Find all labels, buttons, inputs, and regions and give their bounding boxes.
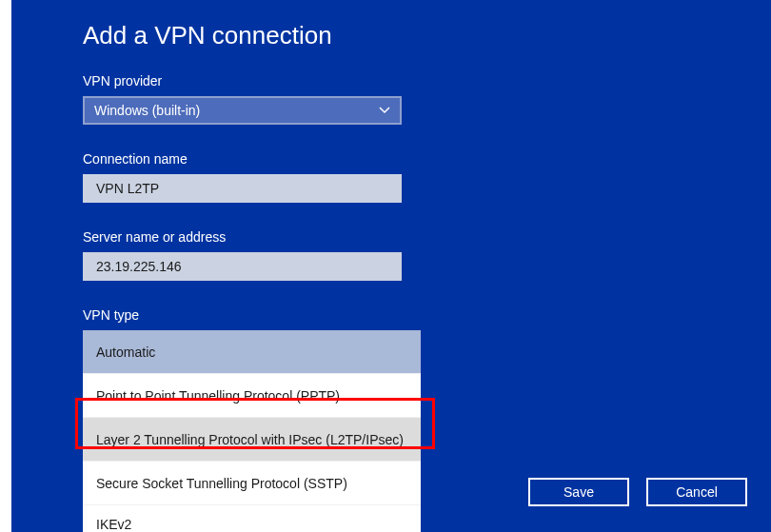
dialog-buttons: Save Cancel (528, 478, 747, 506)
page-title: Add a VPN connection (83, 21, 435, 50)
cancel-button[interactable]: Cancel (646, 478, 747, 506)
vpn-type-dropdown-list[interactable]: Automatic Point to Point Tunnelling Prot… (83, 330, 421, 532)
connection-name-input[interactable] (83, 174, 402, 203)
vpn-type-option-ikev2[interactable]: IKEv2 (83, 505, 421, 532)
chevron-down-icon (379, 105, 390, 116)
vpn-provider-dropdown[interactable]: Windows (built-in) (83, 96, 402, 125)
vpn-type-option-l2tp[interactable]: Layer 2 Tunnelling Protocol with IPsec (… (83, 418, 421, 462)
vpn-type-option-sstp[interactable]: Secure Socket Tunnelling Protocol (SSTP) (83, 462, 421, 505)
vpn-type-group: VPN type Automatic Point to Point Tunnel… (83, 307, 435, 532)
vpn-type-option-automatic[interactable]: Automatic (83, 330, 421, 374)
connection-name-label: Connection name (83, 151, 435, 167)
server-address-label: Server name or address (83, 229, 435, 245)
vpn-provider-group: VPN provider Windows (built-in) (83, 73, 435, 125)
vpn-provider-label: VPN provider (83, 73, 435, 89)
vpn-type-option-pptp[interactable]: Point to Point Tunnelling Protocol (PPTP… (83, 374, 421, 418)
save-button[interactable]: Save (528, 478, 629, 506)
vpn-type-label: VPN type (83, 307, 435, 323)
server-address-group: Server name or address (83, 229, 435, 281)
vpn-provider-value: Windows (built-in) (94, 103, 200, 118)
server-address-input[interactable] (83, 252, 402, 281)
left-edge-strip (0, 0, 11, 532)
vpn-settings-form: Add a VPN connection VPN provider Window… (83, 21, 435, 532)
connection-name-group: Connection name (83, 151, 435, 203)
